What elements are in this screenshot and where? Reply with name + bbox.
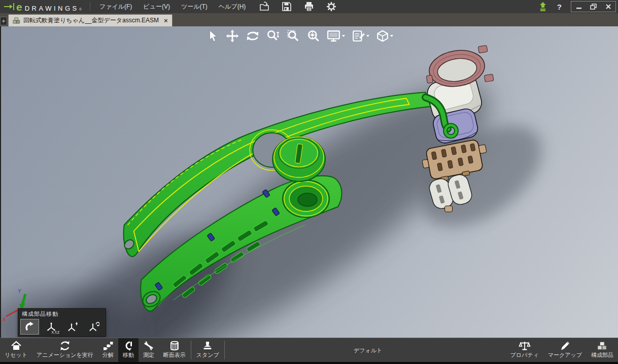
- button-label: スタンプ: [196, 351, 219, 359]
- drawing-sheets-button[interactable]: [351, 28, 370, 44]
- move-button[interactable]: 移動: [118, 338, 139, 362]
- free-rotate-icon: [24, 321, 36, 333]
- save-button[interactable]: [281, 1, 292, 12]
- menu-view[interactable]: ビュー(V): [143, 3, 170, 11]
- configuration-label[interactable]: デフォルト: [354, 346, 382, 354]
- chevron-down-icon[interactable]: [390, 35, 393, 37]
- maximize-button[interactable]: [586, 2, 601, 12]
- window-bottom-edge: [0, 362, 618, 364]
- button-label: アニメーションを実行: [37, 351, 93, 359]
- divider: [224, 341, 225, 359]
- pan-tool-button[interactable]: [225, 28, 240, 44]
- button-label: 分解: [102, 351, 114, 359]
- 3d-model-scene: Y X: [1, 26, 618, 338]
- stamp-button[interactable]: スタンプ: [192, 338, 224, 362]
- triad-move-icon: [67, 321, 78, 333]
- logo-registered-mark: ®: [79, 8, 82, 11]
- play-animation-button[interactable]: アニメーションを実行: [32, 338, 98, 362]
- logo-e: e: [16, 2, 22, 12]
- cube-icon: [376, 29, 389, 43]
- tab-close-button[interactable]: ×: [164, 17, 168, 24]
- new-tab-button[interactable]: +: [0, 17, 7, 25]
- zoom-fit-icon: [307, 29, 320, 43]
- move-component-panel: 構成部品移動 X,Y,Z: [18, 308, 106, 337]
- rotate-component-button[interactable]: [20, 319, 39, 335]
- move-icon: [123, 341, 134, 351]
- cursor-icon: [206, 29, 219, 43]
- button-label: リセット: [5, 351, 27, 359]
- assembly-file-icon: [13, 17, 20, 24]
- menu-file[interactable]: ファイル(F): [99, 3, 132, 11]
- view-orientation-button[interactable]: [326, 28, 346, 44]
- stamp-icon: [202, 341, 213, 351]
- print-icon: [303, 1, 315, 12]
- bottom-toolbar: リセット アニメーションを実行 分解: [0, 338, 618, 362]
- divider: [90, 2, 90, 11]
- app-logo: e DRAWINGS ®: [0, 2, 87, 12]
- open-button[interactable]: [259, 1, 270, 12]
- button-label: 測定: [143, 351, 154, 359]
- 3d-views-button[interactable]: [375, 28, 394, 44]
- pan-icon: [226, 29, 239, 43]
- zoom-fit-tool-button[interactable]: [306, 28, 321, 44]
- rotate-icon: [246, 29, 260, 43]
- help-button[interactable]: ?: [557, 3, 562, 11]
- 3d-viewport[interactable]: Y X: [0, 26, 618, 338]
- home-icon: [11, 341, 22, 351]
- zoom-area-tool-button[interactable]: [286, 28, 301, 44]
- zoom-tool-button[interactable]: [265, 28, 281, 44]
- minimize-button[interactable]: [571, 2, 586, 12]
- triad-x-label: X: [2, 316, 6, 322]
- xyz-label: X,Y,Z: [52, 331, 59, 334]
- chevron-down-icon[interactable]: [366, 35, 369, 37]
- measure-button[interactable]: 測定: [139, 338, 159, 362]
- zoom-icon: [266, 29, 280, 43]
- display-icon: [327, 29, 341, 43]
- move-panel-buttons: X,Y,Z: [18, 318, 106, 335]
- explode-button[interactable]: 分解: [98, 338, 118, 362]
- rotate-triad-button[interactable]: [84, 319, 103, 335]
- green-knob-cap[interactable]: [272, 137, 325, 181]
- print-button[interactable]: [303, 1, 315, 12]
- select-tool-button[interactable]: [205, 28, 220, 44]
- divider: [191, 341, 191, 359]
- open-file-icon: [259, 1, 270, 12]
- caliper-icon: [143, 341, 154, 351]
- button-label: 断面表示: [163, 351, 186, 359]
- rotate-tool-button[interactable]: [245, 28, 261, 44]
- triad-y-label: Y: [18, 288, 22, 294]
- chevron-down-icon[interactable]: [342, 35, 345, 37]
- properties-button[interactable]: プロパティ: [505, 338, 543, 362]
- reset-button[interactable]: リセット: [0, 338, 32, 362]
- publish-button[interactable]: [538, 1, 548, 12]
- button-label: マークアップ: [548, 351, 582, 359]
- button-label: プロパティ: [510, 351, 538, 359]
- view-toolbar: [205, 28, 394, 44]
- components-button[interactable]: 構成部品: [587, 338, 618, 362]
- close-icon: [605, 4, 611, 10]
- document-tab[interactable]: 回転式軟膏塗りちゃん__金型データasscm.EASM ×: [8, 14, 173, 26]
- main-menu: ファイル(F) ビュー(V) ツール(T) ヘルプ(H): [99, 3, 246, 11]
- sheet-palette-icon: [352, 29, 365, 43]
- restore-icon: [590, 4, 597, 10]
- menu-tools[interactable]: ツール(T): [181, 3, 208, 11]
- settings-button[interactable]: [326, 1, 337, 12]
- move-panel-title: 構成部品移動: [18, 309, 106, 318]
- section-icon: [169, 341, 180, 351]
- gear-icon: [326, 1, 337, 12]
- markup-button[interactable]: マークアップ: [543, 338, 587, 362]
- move-xyz-button[interactable]: X,Y,Z: [42, 319, 60, 335]
- close-window-button[interactable]: [601, 2, 615, 12]
- assembly-blocks-icon: [596, 341, 608, 351]
- menu-bar: e DRAWINGS ® ファイル(F) ビュー(V) ツール(T) ヘルプ(H…: [0, 0, 618, 13]
- pencil-icon: [559, 341, 570, 351]
- titlebar-right: ?: [538, 1, 618, 12]
- menu-help[interactable]: ヘルプ(H): [219, 3, 246, 11]
- tab-title: 回転式軟膏塗りちゃん__金型データasscm.EASM: [23, 16, 159, 25]
- minimize-icon: [576, 4, 582, 10]
- section-view-button[interactable]: 断面表示: [159, 338, 190, 362]
- explode-icon: [102, 341, 114, 351]
- move-triad-button[interactable]: [63, 319, 82, 335]
- bottom-toolbar-right: プロパティ マークアップ 構成部品: [505, 338, 618, 362]
- edrawings-window: e DRAWINGS ® ファイル(F) ビュー(V) ツール(T) ヘルプ(H…: [0, 0, 618, 364]
